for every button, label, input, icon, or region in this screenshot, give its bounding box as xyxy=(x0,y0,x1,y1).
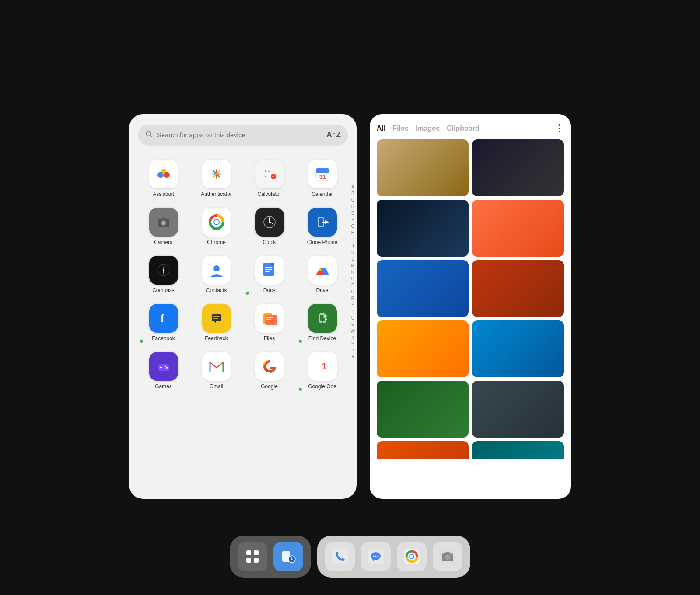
files-panel: All Files Images Clipboard ⋮ Past 7 days xyxy=(370,114,571,499)
photo-item[interactable] xyxy=(472,260,564,317)
sort-icon[interactable]: A↑Z xyxy=(326,130,341,139)
photo-item[interactable] xyxy=(472,381,564,438)
alpha-r[interactable]: R xyxy=(351,296,354,302)
list-item[interactable]: 31 Calendar xyxy=(297,156,348,201)
alpha-i[interactable]: I xyxy=(352,237,354,243)
svg-point-98 xyxy=(378,556,379,557)
alpha-y[interactable]: Y xyxy=(351,341,354,348)
alpha-q[interactable]: Q xyxy=(351,289,354,295)
list-item[interactable]: Files xyxy=(244,300,295,345)
alpha-l[interactable]: L xyxy=(351,256,354,262)
list-item[interactable]: Google xyxy=(244,348,295,393)
search-icon xyxy=(145,130,153,140)
app-label-files: Files xyxy=(264,335,275,341)
photo-item[interactable] xyxy=(472,320,564,377)
app-icon-clock xyxy=(255,208,284,237)
alpha-h[interactable]: H xyxy=(351,230,354,236)
alpha-z[interactable]: Z xyxy=(351,348,354,354)
dock-chrome-button[interactable] xyxy=(397,542,427,571)
alpha-v[interactable]: V xyxy=(351,322,354,328)
photo-item[interactable] xyxy=(377,381,469,438)
alpha-e[interactable]: E xyxy=(351,210,354,216)
alpha-w[interactable]: W xyxy=(351,328,355,334)
more-options-button[interactable]: ⋮ xyxy=(554,123,564,134)
list-item[interactable]: Compass xyxy=(138,252,189,297)
app-label-docs: Docs xyxy=(263,287,275,293)
alpha-o[interactable]: O xyxy=(351,276,354,282)
dock-camera-button[interactable] xyxy=(433,542,462,571)
photo-item[interactable] xyxy=(472,441,564,459)
alpha-s[interactable]: S xyxy=(351,302,354,308)
list-item[interactable]: Contacts xyxy=(191,252,242,297)
dock-left xyxy=(230,536,311,578)
svg-rect-56 xyxy=(212,314,221,321)
search-input[interactable] xyxy=(157,131,326,139)
photo-item[interactable] xyxy=(377,200,469,257)
list-item[interactable]: Gmail xyxy=(191,348,242,393)
svg-rect-18 xyxy=(316,171,329,173)
dock-files-button[interactable] xyxy=(273,542,303,571)
photo-item[interactable] xyxy=(377,139,469,196)
alpha-b[interactable]: B xyxy=(351,191,354,197)
alpha-d[interactable]: D xyxy=(351,204,354,210)
list-item[interactable]: Find Device xyxy=(297,300,348,345)
app-grid: Assistant Authenticator + − × xyxy=(138,156,348,393)
list-item[interactable]: Games xyxy=(138,348,189,393)
svg-point-28 xyxy=(214,220,219,224)
alpha-a[interactable]: A xyxy=(351,184,354,190)
svg-rect-74 xyxy=(160,367,162,368)
alpha-n[interactable]: N xyxy=(351,269,354,275)
dock-apps-button[interactable] xyxy=(238,542,267,571)
list-item[interactable]: Feedback xyxy=(191,300,242,345)
list-item[interactable]: Clone Phone xyxy=(297,204,348,249)
tab-files[interactable]: Files xyxy=(392,123,415,134)
photo-item[interactable] xyxy=(472,200,564,257)
app-label-compass: Compass xyxy=(152,287,175,293)
list-item[interactable]: Authenticator xyxy=(191,156,242,201)
photo-item[interactable] xyxy=(377,320,469,377)
alpha-hash[interactable]: # xyxy=(351,355,354,361)
alpha-k[interactable]: K xyxy=(351,250,354,256)
tab-all[interactable]: All xyxy=(377,123,392,134)
svg-text:=: = xyxy=(272,175,274,179)
photo-item[interactable] xyxy=(377,441,469,459)
alpha-f[interactable]: F xyxy=(351,217,354,223)
app-label-assistant: Assistant xyxy=(153,191,174,197)
app-icon-feedback xyxy=(202,304,231,333)
tab-images[interactable]: Images xyxy=(416,123,447,134)
list-item[interactable]: Assistant xyxy=(138,156,189,201)
alpha-p[interactable]: P xyxy=(351,282,354,289)
list-item[interactable]: f Facebook xyxy=(138,300,189,345)
svg-rect-47 xyxy=(265,269,272,270)
alpha-t[interactable]: T xyxy=(351,309,354,315)
search-bar[interactable]: A↑Z xyxy=(138,125,348,146)
list-item[interactable]: Camera xyxy=(138,204,189,249)
list-item[interactable]: Chrome xyxy=(191,204,242,249)
svg-text:×: × xyxy=(264,174,266,178)
list-item[interactable]: Docs xyxy=(244,252,295,297)
tab-clipboard[interactable]: Clipboard xyxy=(447,123,486,134)
list-item[interactable]: + − × = Calculator xyxy=(244,156,295,201)
notification-dot-finddevice xyxy=(298,339,302,343)
alpha-c[interactable]: C xyxy=(351,197,354,203)
app-label-clock: Clock xyxy=(262,239,276,245)
alpha-m[interactable]: M xyxy=(351,263,354,269)
photo-item[interactable] xyxy=(377,260,469,317)
notification-dot-facebook xyxy=(140,339,144,343)
app-icon-compass xyxy=(149,256,178,285)
svg-point-44 xyxy=(214,265,220,271)
dock-messages-button[interactable] xyxy=(361,542,391,571)
alpha-x[interactable]: X xyxy=(351,335,354,341)
photo-item[interactable] xyxy=(472,139,564,196)
list-item[interactable]: Drive xyxy=(297,252,348,297)
alpha-u[interactable]: U xyxy=(351,315,354,321)
alphabet-sidebar[interactable]: A B C D E F G H I J K L M N O P Q R S T … xyxy=(351,184,355,361)
dock-phone-button[interactable] xyxy=(325,542,355,571)
list-item[interactable]: 1 Google One xyxy=(297,348,348,393)
alpha-g[interactable]: G xyxy=(351,223,354,230)
svg-rect-49 xyxy=(271,263,274,265)
app-icon-games xyxy=(149,352,178,381)
app-label-calendar: Calendar xyxy=(312,191,333,197)
alpha-j[interactable]: J xyxy=(352,243,354,249)
list-item[interactable]: Clock xyxy=(244,204,295,249)
